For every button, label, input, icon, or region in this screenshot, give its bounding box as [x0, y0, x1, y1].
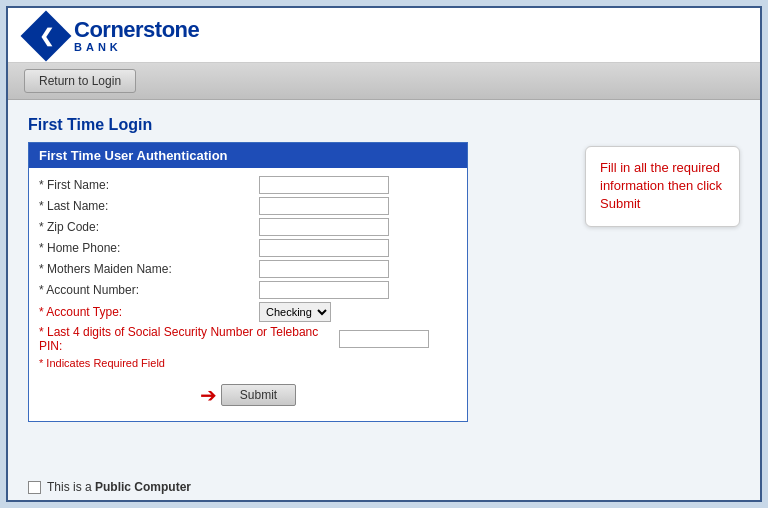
- form-header: First Time User Authentication: [29, 143, 467, 168]
- logo-name: Cornerstone: [74, 19, 199, 41]
- form-row-account-number: * Account Number:: [39, 281, 457, 299]
- maiden-label: * Mothers Maiden Name:: [39, 262, 259, 276]
- form-row-zipcode: * Zip Code:: [39, 218, 457, 236]
- account-type-label: * Account Type:: [39, 305, 259, 319]
- page-title: First Time Login: [28, 116, 565, 134]
- main-content: First Time Login First Time User Authent…: [8, 100, 760, 474]
- form-row-homephone: * Home Phone:: [39, 239, 457, 257]
- logo-diamond: ❮: [21, 11, 72, 62]
- left-section: First Time Login First Time User Authent…: [28, 116, 565, 458]
- required-note: * Indicates Required Field: [39, 357, 457, 369]
- firstname-label: * First Name:: [39, 178, 259, 192]
- tooltip-box: Fill in all the required information the…: [585, 146, 740, 227]
- account-number-input[interactable]: [259, 281, 389, 299]
- ssn-input[interactable]: [339, 330, 429, 348]
- homephone-input[interactable]: [259, 239, 389, 257]
- toolbar: Return to Login: [8, 63, 760, 100]
- account-number-label: * Account Number:: [39, 283, 259, 297]
- form-row-maiden: * Mothers Maiden Name:: [39, 260, 457, 278]
- firstname-input[interactable]: [259, 176, 389, 194]
- logo-text: Cornerstone BANK: [74, 19, 199, 53]
- submit-arrow-icon: ➔: [200, 383, 217, 407]
- logo-bank: BANK: [74, 42, 199, 53]
- lastname-input[interactable]: [259, 197, 389, 215]
- form-row-lastname: * Last Name:: [39, 197, 457, 215]
- zipcode-input[interactable]: [259, 218, 389, 236]
- maiden-input[interactable]: [259, 260, 389, 278]
- tooltip-text: Fill in all the required information the…: [600, 160, 722, 211]
- public-computer-label: This is a Public Computer: [47, 480, 191, 494]
- lastname-label: * Last Name:: [39, 199, 259, 213]
- submit-row: ➔ Submit: [39, 377, 457, 409]
- return-to-login-button[interactable]: Return to Login: [24, 69, 136, 93]
- footer: This is a Public Computer: [8, 474, 760, 500]
- zipcode-label: * Zip Code:: [39, 220, 259, 234]
- form-body: * First Name: * Last Name: * Zip Code: *…: [29, 168, 467, 421]
- public-computer-checkbox[interactable]: [28, 481, 41, 494]
- account-type-select[interactable]: Checking Savings: [259, 302, 331, 322]
- form-row-firstname: * First Name:: [39, 176, 457, 194]
- logo-chevron: ❮: [39, 25, 54, 47]
- submit-button[interactable]: Submit: [221, 384, 296, 406]
- header: ❮ Cornerstone BANK: [8, 8, 760, 63]
- homephone-label: * Home Phone:: [39, 241, 259, 255]
- required-note-text: * Indicates Required Field: [39, 357, 165, 369]
- ssn-label: * Last 4 digits of Social Security Numbe…: [39, 325, 339, 353]
- form-box: First Time User Authentication * First N…: [28, 142, 468, 422]
- form-row-ssn: * Last 4 digits of Social Security Numbe…: [39, 325, 457, 353]
- form-row-account-type: * Account Type: Checking Savings: [39, 302, 457, 322]
